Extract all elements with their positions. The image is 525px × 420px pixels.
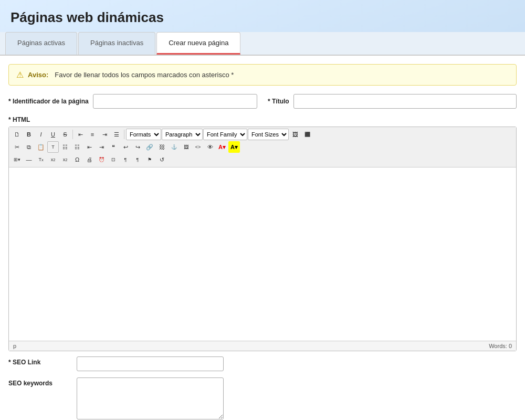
identifier-field: * Identificador de la página — [8, 94, 257, 109]
paste-button[interactable]: 📋 — [35, 141, 47, 153]
restoredraft-button[interactable]: ↺ — [156, 154, 167, 165]
seo-link-input[interactable] — [77, 356, 224, 371]
html-section-label: * HTML — [8, 116, 517, 123]
tab-create-page[interactable]: Crear nueva página — [156, 32, 240, 55]
forecolor-button[interactable]: A▾ — [216, 141, 228, 153]
seo-section: * SEO Link SEO keywords — [8, 356, 517, 419]
align-center-button[interactable]: ≡ — [87, 129, 98, 140]
editor-area[interactable] — [9, 167, 516, 341]
anchor2-button[interactable]: ⚑ — [144, 154, 155, 165]
bold-button[interactable]: B — [23, 129, 35, 140]
toolbar-row-1: 🗋 B I U S ⇤ ≡ ⇥ ☰ Formats Paragraph Font… — [11, 129, 514, 140]
title-label: * Título — [268, 98, 289, 105]
editor-toolbar: 🗋 B I U S ⇤ ≡ ⇥ ☰ Formats Paragraph Font… — [9, 127, 516, 167]
visualblocks-button[interactable]: ⊡ — [108, 154, 119, 165]
copy-button[interactable]: ⧉ — [23, 141, 35, 153]
anchor-button[interactable]: ⚓ — [168, 141, 180, 153]
paste-text-button[interactable]: T — [47, 141, 59, 153]
tabs-bar: Páginas activas Páginas inactivas Crear … — [0, 32, 525, 56]
separator-1 — [72, 130, 73, 139]
seo-keywords-row: SEO keywords — [8, 377, 517, 419]
font-sizes-select[interactable]: Font Sizes — [248, 129, 289, 140]
identifier-title-row: * Identificador de la página * Título — [8, 94, 517, 109]
insert-image2-button[interactable]: 🖼 — [180, 141, 192, 153]
tab-active-pages[interactable]: Páginas activas — [5, 32, 77, 55]
datetime-button[interactable]: ⏰ — [96, 154, 107, 165]
toolbar-row-3: ⊞▾ — Tx x2 x2 Ω 🖨 ⏰ ⊡ ¶ ¶ ⚑ ↺ — [11, 154, 514, 165]
remove-format-button[interactable]: Tx — [35, 154, 47, 165]
alert-icon: ⚠ — [16, 70, 24, 80]
toolbar-row-2: ✂ ⧉ 📋 T ☷ ☷ ⇤ ⇥ ❝ ↩ ↪ 🔗 ⛓ ⚓ 🖼 <> 👁 A▾ A▾ — [11, 141, 514, 153]
editor-statusbar: p Words: 0 — [9, 341, 516, 351]
print-button[interactable]: 🖨 — [83, 154, 95, 165]
page-title: Páginas web dinámicas — [0, 0, 525, 32]
italic-button[interactable]: I — [35, 129, 47, 140]
align-justify-button[interactable]: ☰ — [111, 129, 122, 140]
link-button[interactable]: 🔗 — [144, 141, 155, 153]
title-field: * Título — [268, 94, 517, 109]
identifier-input[interactable] — [93, 94, 257, 109]
word-count: Words: 0 — [489, 343, 512, 349]
main-content: ⚠ Aviso: Favor de llenar todos los campo… — [0, 56, 525, 420]
preview-button[interactable]: 👁 — [204, 141, 216, 153]
undo-button[interactable]: ↩ — [120, 141, 131, 153]
seo-link-row: * SEO Link — [8, 356, 517, 371]
source-code-button[interactable]: <> — [192, 141, 204, 153]
outdent-button[interactable]: ⇤ — [83, 141, 95, 153]
identifier-label: * Identificador de la página — [8, 98, 89, 105]
redo-button[interactable]: ↪ — [132, 141, 143, 153]
superscript-button[interactable]: x2 — [59, 154, 71, 165]
font-family-select[interactable]: Font Family — [203, 129, 247, 140]
unlink-button[interactable]: ⛓ — [156, 141, 167, 153]
alert-label: Aviso: — [28, 71, 48, 79]
seo-keywords-label: SEO keywords — [8, 377, 71, 387]
doc-button[interactable]: 🗋 — [11, 129, 23, 140]
nonbreaking-button[interactable]: ¶ — [132, 154, 143, 165]
seo-keywords-textarea[interactable] — [77, 377, 224, 419]
blockquote-button[interactable]: ❝ — [108, 141, 119, 153]
subscript-button[interactable]: x2 — [47, 154, 59, 165]
pagebreak-button[interactable]: ¶ — [120, 154, 131, 165]
charmap-button[interactable]: Ω — [71, 154, 83, 165]
strikethrough-button[interactable]: S — [59, 129, 71, 140]
backcolor-button[interactable]: A▾ — [228, 141, 240, 153]
separator-2 — [124, 130, 124, 139]
insert-image-button[interactable]: 🖼 — [289, 129, 301, 140]
paragraph-select[interactable]: Paragraph — [162, 129, 203, 140]
title-input[interactable] — [293, 94, 517, 109]
indent-button[interactable]: ⇥ — [96, 141, 107, 153]
insert-media-button[interactable]: ⬛ — [301, 129, 313, 140]
formats-select[interactable]: Formats — [126, 129, 161, 140]
table-button[interactable]: ⊞▾ — [11, 154, 23, 165]
seo-link-label: * SEO Link — [8, 356, 71, 366]
alert-message: Favor de llenar todos los campos marcado… — [55, 71, 234, 79]
num-list-button[interactable]: ☷ — [71, 141, 83, 153]
editor-wrapper: 🗋 B I U S ⇤ ≡ ⇥ ☰ Formats Paragraph Font… — [8, 127, 517, 351]
alert-box: ⚠ Aviso: Favor de llenar todos los campo… — [8, 64, 517, 86]
align-right-button[interactable]: ⇥ — [99, 129, 110, 140]
cut-button[interactable]: ✂ — [11, 141, 23, 153]
underline-button[interactable]: U — [47, 129, 59, 140]
hr-button[interactable]: — — [23, 154, 35, 165]
editor-path: p — [13, 343, 16, 349]
tab-inactive-pages[interactable]: Páginas inactivas — [78, 32, 155, 55]
bullet-list-button[interactable]: ☷ — [59, 141, 71, 153]
align-left-button[interactable]: ⇤ — [75, 129, 86, 140]
